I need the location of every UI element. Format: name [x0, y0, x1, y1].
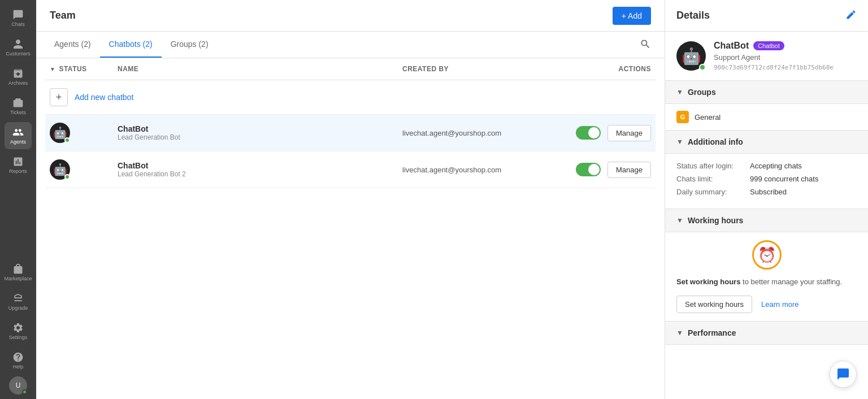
- groups-section: G General: [665, 104, 868, 131]
- chevron-icon: ▼: [676, 88, 683, 96]
- sidebar-item-agents[interactable]: Agents: [5, 122, 32, 149]
- tab-agents[interactable]: Agents (2): [45, 32, 100, 58]
- sidebar-item-marketplace[interactable]: Marketplace: [5, 259, 32, 286]
- working-hours-description: Set working hours to better manage your …: [676, 276, 857, 288]
- online-dot: [64, 137, 70, 143]
- sidebar-item-chats[interactable]: Chats: [5, 5, 32, 32]
- sidebar-item-label: Archives: [8, 80, 28, 86]
- col-header-created: CREATED BY: [402, 65, 549, 73]
- sidebar-bottom: Marketplace Upgrade Settings Help U: [5, 259, 32, 394]
- info-value: Subscribed: [750, 188, 787, 196]
- chatbot-subtitle: Lead Generation Bot: [118, 133, 402, 141]
- details-body: ▼ Groups G General ▼ Additional info Sta…: [665, 81, 868, 399]
- tab-groups[interactable]: Groups (2): [162, 32, 218, 58]
- chat-bubble-button[interactable]: [830, 361, 857, 388]
- working-hours-section: ⏰ Set working hours to better manage you…: [665, 232, 868, 322]
- working-hours-label: Working hours: [688, 216, 744, 225]
- col-header-name: NAME: [118, 65, 402, 73]
- additional-info-section-header[interactable]: ▼ Additional info: [665, 131, 868, 154]
- group-name: General: [695, 113, 721, 122]
- search-button[interactable]: [635, 34, 656, 56]
- sidebar-item-label: Chats: [11, 21, 25, 27]
- working-hours-actions: Set working hours Learn more: [676, 296, 857, 313]
- info-row: Chats limit: 999 concurrent chats: [676, 175, 857, 183]
- chatbot-info: ChatBot Lead Generation Bot: [118, 124, 402, 141]
- page-title: Team: [50, 10, 76, 21]
- info-label: Chats limit:: [676, 175, 750, 183]
- set-working-hours-button[interactable]: Set working hours: [676, 296, 752, 313]
- manage-button[interactable]: Manage: [607, 162, 651, 178]
- edit-icon[interactable]: [845, 9, 857, 22]
- table-row[interactable]: 🤖 ChatBot Lead Generation Bot livechat.a…: [45, 115, 656, 151]
- chatbot-actions: Manage: [549, 162, 651, 178]
- online-indicator: [22, 389, 27, 394]
- table-row[interactable]: 🤖 ChatBot Lead Generation Bot 2 livechat…: [45, 151, 656, 188]
- agent-badge: Chatbot: [753, 41, 784, 50]
- clock-icon: ⏰: [752, 240, 782, 270]
- chatbot-info: ChatBot Lead Generation Bot 2: [118, 161, 402, 178]
- additional-info-label: Additional info: [688, 137, 743, 146]
- avatar: 🤖: [50, 123, 70, 143]
- sidebar-item-label: Tickets: [10, 110, 26, 115]
- sidebar-item-label: Customers: [6, 51, 31, 57]
- performance-section-header[interactable]: ▼ Performance: [665, 322, 868, 345]
- info-label: Status after login:: [676, 162, 750, 170]
- agent-profile: 🤖 ChatBot Chatbot Support Agent 900c73d6…: [665, 32, 868, 81]
- chatbot-name: ChatBot: [118, 161, 402, 170]
- group-badge: G: [676, 111, 689, 123]
- sidebar-item-tickets[interactable]: Tickets: [5, 93, 32, 120]
- online-dot: [64, 174, 70, 180]
- working-hours-section-header[interactable]: ▼ Working hours: [665, 209, 868, 232]
- additional-info-section: Status after login: Accepting chats Chat…: [665, 154, 868, 209]
- col-header-actions: ACTIONS: [549, 65, 651, 73]
- agent-name: ChatBot: [714, 41, 749, 51]
- sidebar-item-archives[interactable]: Archives: [5, 63, 32, 90]
- chevron-icon: ▼: [676, 138, 683, 146]
- page-header: Team + Add: [36, 0, 665, 32]
- chatbot-name: ChatBot: [118, 124, 402, 133]
- tab-chatbots[interactable]: Chatbots (2): [100, 32, 162, 58]
- agent-emoji: 🤖: [682, 47, 701, 66]
- performance-label: Performance: [688, 328, 736, 337]
- info-row: Daily summary: Subscribed: [676, 188, 857, 196]
- avatar: 🤖: [50, 159, 70, 180]
- sidebar-item-help[interactable]: Help: [5, 347, 32, 374]
- chatbot-toggle[interactable]: [576, 126, 601, 140]
- sidebar-item-customers[interactable]: Customers: [5, 34, 32, 61]
- agent-role: Support Agent: [714, 53, 857, 62]
- add-button[interactable]: + Add: [613, 7, 651, 25]
- learn-more-link[interactable]: Learn more: [761, 300, 798, 309]
- sidebar-item-settings[interactable]: Settings: [5, 318, 32, 345]
- sidebar: Chats Customers Archives Tickets Agents …: [0, 0, 36, 399]
- chevron-icon: ▼: [676, 216, 683, 224]
- agent-name-row: ChatBot Chatbot: [714, 41, 857, 51]
- toggle-thumb: [588, 127, 600, 138]
- sidebar-item-label: Settings: [9, 335, 28, 340]
- details-title: Details: [676, 10, 710, 21]
- chevron-icon: ▼: [676, 329, 683, 337]
- sidebar-item-upgrade[interactable]: Upgrade: [5, 288, 32, 315]
- chatbot-subtitle: Lead Generation Bot 2: [118, 170, 402, 178]
- user-avatar[interactable]: U: [9, 376, 27, 394]
- agent-id: 900c73d69f712cd8f24e7f1bb75db60e: [714, 64, 857, 71]
- chatbot-email: livechat.agent@yourshop.com: [402, 166, 549, 174]
- details-panel: Details 🤖 ChatBot Chatbot Support Agent …: [665, 0, 868, 399]
- chatbot-email: livechat.agent@yourshop.com: [402, 129, 549, 137]
- chatbot-actions: Manage: [549, 125, 651, 141]
- agent-info: ChatBot Chatbot Support Agent 900c73d69f…: [714, 41, 857, 71]
- toggle-thumb: [588, 164, 600, 175]
- agent-avatar: 🤖: [676, 41, 706, 71]
- chatbot-toggle[interactable]: [576, 163, 601, 176]
- info-label: Daily summary:: [676, 188, 750, 196]
- details-header: Details: [665, 0, 868, 32]
- add-chatbot-row[interactable]: + Add new chatbot: [45, 80, 656, 115]
- info-row: Status after login: Accepting chats: [676, 162, 857, 170]
- add-chatbot-button[interactable]: +: [50, 88, 68, 106]
- manage-button[interactable]: Manage: [607, 125, 651, 141]
- sidebar-item-reports[interactable]: Reports: [5, 151, 32, 179]
- groups-section-header[interactable]: ▼ Groups: [665, 81, 868, 104]
- col-header-status: ▼ STATUS: [50, 65, 118, 73]
- groups-label: Groups: [688, 88, 716, 97]
- table-header-row: ▼ STATUS NAME CREATED BY ACTIONS: [45, 58, 656, 80]
- chatbots-table: ▼ STATUS NAME CREATED BY ACTIONS + Add n…: [36, 58, 665, 399]
